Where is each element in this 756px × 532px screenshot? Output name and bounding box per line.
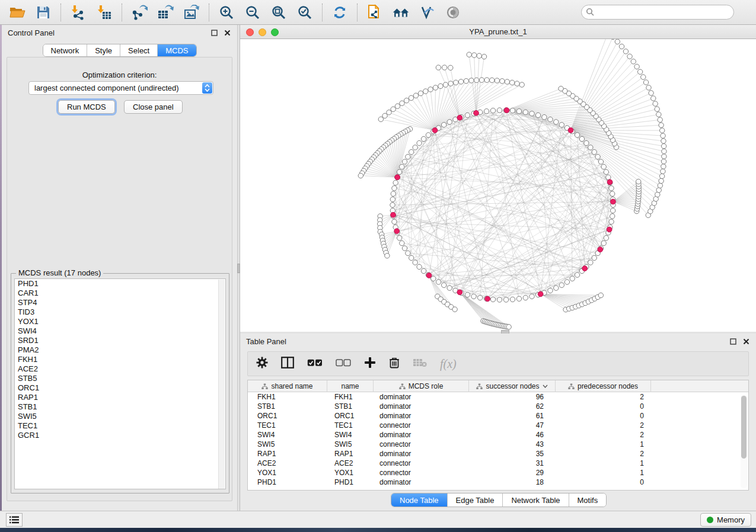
mcds-result-item[interactable]: TID3 — [15, 307, 225, 317]
cell-successor-nodes[interactable]: 29 — [469, 468, 556, 477]
optimization-select[interactable]: largest connected component (undirected) — [28, 81, 213, 95]
cell-mcds-role[interactable]: connector — [374, 440, 469, 449]
float-window-icon[interactable] — [210, 28, 218, 37]
cell-mcds-role[interactable]: dominator — [374, 430, 469, 440]
show-hide-icon[interactable] — [444, 4, 462, 21]
cell-shared-name[interactable]: SWI5 — [248, 440, 327, 449]
mcds-list-scrollbar[interactable] — [218, 280, 225, 489]
mcds-result-item[interactable]: STB5 — [15, 374, 225, 383]
cell-mcds-role[interactable]: dominator — [374, 392, 469, 402]
float-window-icon[interactable] — [729, 337, 737, 345]
cell-predecessor-nodes[interactable]: 0 — [556, 477, 651, 487]
tab-edge-table[interactable]: Edge Table — [448, 493, 503, 507]
cell-successor-nodes[interactable]: 47 — [469, 421, 556, 430]
tab-node-table[interactable]: Node Table — [391, 493, 448, 507]
node-table[interactable]: shared namenameMCDS rolesuccessor nodesp… — [247, 380, 749, 491]
tab-network-table[interactable]: Network Table — [503, 493, 569, 507]
cell-successor-nodes[interactable]: 61 — [469, 411, 556, 421]
import-network-icon[interactable] — [69, 4, 87, 21]
save-session-icon[interactable] — [34, 4, 52, 21]
cell-shared-name[interactable]: STB1 — [248, 402, 327, 411]
close-panel-button[interactable]: Close panel — [124, 100, 183, 114]
column-header-shared-name[interactable]: shared name — [248, 380, 327, 392]
cell-shared-name[interactable]: FKH1 — [248, 392, 327, 402]
cell-name[interactable]: STB1 — [327, 402, 374, 411]
tab-network[interactable]: Network — [43, 44, 87, 56]
column-header-name[interactable]: name — [327, 380, 374, 392]
network-window-titlebar[interactable]: YPA_prune.txt_1 — [240, 25, 756, 39]
column-header-predecessor-nodes[interactable]: predecessor nodes — [556, 380, 651, 392]
table-row[interactable]: TEC1TEC1connector472 — [248, 421, 748, 430]
cell-shared-name[interactable]: ORC1 — [248, 411, 327, 421]
cell-mcds-role[interactable]: connector — [374, 468, 469, 477]
cell-successor-nodes[interactable]: 62 — [469, 402, 556, 411]
cell-shared-name[interactable]: TEC1 — [248, 421, 327, 430]
tab-style[interactable]: Style — [87, 44, 120, 56]
mcds-result-list[interactable]: PHD1CAR1STP4TID3YOX1SWI4SRD1PMA2FKH1ACE2… — [14, 278, 226, 489]
network-view-canvas[interactable] — [240, 39, 756, 332]
cell-name[interactable]: TEC1 — [327, 421, 374, 430]
close-icon[interactable] — [223, 28, 231, 37]
cell-mcds-role[interactable]: connector — [374, 459, 469, 468]
refresh-layout-icon[interactable] — [331, 4, 349, 21]
cell-name[interactable]: YOX1 — [327, 468, 374, 477]
cell-shared-name[interactable]: RAP1 — [248, 449, 327, 459]
gear-icon[interactable] — [256, 357, 268, 371]
deselect-all-columns-icon[interactable] — [336, 358, 351, 369]
cell-mcds-role[interactable]: dominator — [374, 449, 469, 459]
mcds-result-item[interactable]: FKH1 — [15, 355, 225, 364]
cell-shared-name[interactable]: YOX1 — [248, 468, 327, 477]
close-icon[interactable] — [742, 337, 750, 345]
column-header-mcds-role[interactable]: MCDS role — [374, 380, 469, 392]
zoom-in-icon[interactable] — [218, 4, 235, 21]
mcds-result-item[interactable]: STP4 — [15, 298, 225, 307]
houses-icon[interactable] — [392, 4, 410, 21]
open-network-document-icon[interactable] — [366, 4, 384, 21]
cell-successor-nodes[interactable]: 46 — [469, 430, 556, 440]
import-table-icon[interactable] — [95, 4, 113, 21]
table-row[interactable]: FKH1FKH1dominator962 — [248, 392, 748, 402]
table-scrollbar[interactable] — [741, 395, 747, 488]
table-row[interactable]: RAP1RAP1dominator352 — [248, 449, 748, 459]
memory-button[interactable]: Memory — [700, 513, 751, 527]
zoom-fit-icon[interactable] — [270, 4, 288, 21]
cell-successor-nodes[interactable]: 35 — [469, 449, 556, 459]
task-history-button[interactable] — [6, 513, 23, 527]
open-file-icon[interactable] — [8, 4, 26, 21]
cell-name[interactable]: SWI4 — [327, 430, 374, 440]
cell-mcds-role[interactable]: connector — [374, 421, 469, 430]
select-all-columns-icon[interactable] — [307, 358, 323, 369]
cell-mcds-role[interactable]: dominator — [374, 477, 469, 487]
cell-shared-name[interactable]: PHD1 — [248, 477, 327, 487]
mcds-result-item[interactable]: PHD1 — [15, 279, 225, 289]
cell-shared-name[interactable]: SWI4 — [248, 430, 327, 440]
mcds-result-item[interactable]: ORC1 — [15, 383, 225, 393]
cell-successor-nodes[interactable]: 96 — [469, 392, 556, 402]
cell-name[interactable]: RAP1 — [327, 449, 374, 459]
cell-name[interactable]: SWI5 — [327, 440, 374, 449]
table-row[interactable]: SWI5SWI5connector431 — [248, 440, 748, 449]
table-scrollbar-thumb[interactable] — [741, 396, 747, 459]
cell-name[interactable]: ORC1 — [327, 411, 374, 421]
mcds-result-item[interactable]: RAP1 — [15, 393, 225, 402]
mcds-result-item[interactable]: SWI4 — [15, 326, 225, 336]
tab-motifs[interactable]: Motifs — [569, 493, 607, 507]
export-table-icon[interactable] — [157, 4, 174, 21]
cell-name[interactable]: PHD1 — [327, 477, 374, 487]
mcds-result-item[interactable]: YOX1 — [15, 317, 225, 326]
cell-mcds-role[interactable]: dominator — [374, 402, 469, 411]
zoom-out-icon[interactable] — [244, 4, 261, 21]
cell-name[interactable]: ACE2 — [327, 459, 374, 468]
column-layout-icon[interactable] — [281, 357, 294, 371]
table-row[interactable]: ORC1ORC1dominator610 — [248, 411, 748, 421]
table-row[interactable]: ACE2ACE2connector311 — [248, 459, 748, 468]
export-network-icon[interactable] — [130, 4, 148, 21]
mcds-result-item[interactable]: TEC1 — [15, 421, 225, 431]
cell-predecessor-nodes[interactable]: 1 — [556, 468, 651, 477]
run-mcds-button[interactable]: Run MCDS — [58, 100, 115, 114]
mcds-result-item[interactable]: GCR1 — [15, 431, 225, 440]
mcds-result-item[interactable]: SWI5 — [15, 412, 225, 421]
cell-predecessor-nodes[interactable]: 1 — [556, 440, 651, 449]
table-row[interactable]: PHD1PHD1dominator180 — [248, 477, 748, 487]
cell-predecessor-nodes[interactable]: 2 — [556, 430, 651, 440]
